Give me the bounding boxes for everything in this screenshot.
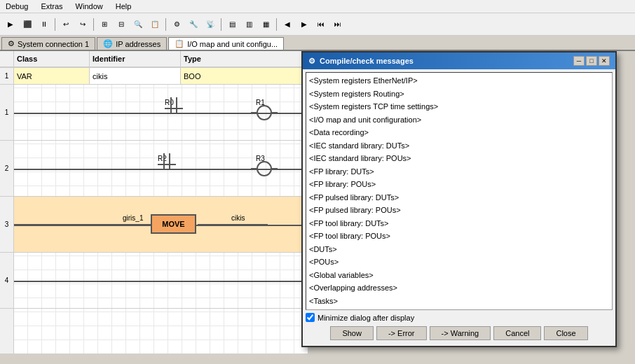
tab-bar: ⚙ System connection 1 🌐 IP addresses 📋 I… (0, 36, 635, 51)
dialog-body: <System registers EtherNet/IP><System re… (303, 69, 615, 346)
message-item[interactable]: <Overlapping addresses> (308, 281, 610, 295)
message-item[interactable]: <Programs> (308, 307, 610, 310)
toolbar-sep-1 (55, 18, 55, 31)
toolbar-btn-12[interactable]: 📡 (203, 17, 218, 32)
message-item[interactable]: <FP library: POUs> (308, 178, 610, 191)
compile-dialog[interactable]: ⚙ Compile/check messages ─ □ ✕ <System r… (301, 51, 617, 347)
tab-system-connection[interactable]: ⚙ System connection 1 (1, 37, 95, 50)
dialog-buttons: Show -> Error -> Warning Cancel Close (306, 323, 613, 343)
contact-R2 (158, 160, 176, 169)
ladder-row-num-2: 2 (0, 141, 13, 197)
message-item[interactable]: <FP tool library: DUTs> (308, 217, 610, 230)
main-area: Class Identifier Type 1 VAR cikis BOO (0, 51, 635, 354)
dialog-icon: ⚙ (308, 57, 315, 66)
contact-R0 (165, 104, 183, 113)
show-button[interactable]: Show (330, 326, 374, 340)
toolbar-btn-14[interactable]: ▥ (241, 17, 257, 32)
toolbar-sep-4 (221, 18, 221, 31)
toolbar-btn-17[interactable]: ▶ (296, 17, 312, 32)
toolbar-btn-8[interactable]: 🔍 (130, 17, 146, 32)
checkbox-label: Minimize dialog after display (318, 314, 414, 322)
message-item[interactable]: <Global variables> (308, 269, 610, 282)
warning-button[interactable]: -> Warning (430, 326, 491, 340)
toolbar-btn-19[interactable]: ⏭ (330, 17, 346, 32)
menu-extras[interactable]: Extras (38, 1, 65, 11)
toolbar-btn-9[interactable]: 📋 (147, 17, 163, 32)
dialog-minimize-btn[interactable]: ─ (573, 56, 585, 66)
message-item[interactable]: <System registers Routing> (308, 88, 610, 101)
close-button[interactable]: Close (544, 326, 587, 340)
coil-R3 (251, 161, 278, 176)
col-header-class: Class (14, 51, 90, 66)
dialog-titlebar: ⚙ Compile/check messages ─ □ ✕ (303, 52, 615, 69)
message-item[interactable]: <FP tool library: POUs> (308, 230, 610, 243)
dialog-controls: ─ □ ✕ (573, 56, 610, 66)
ladder-panel: Class Identifier Type 1 VAR cikis BOO (0, 51, 308, 354)
toolbar-btn-15[interactable]: ▦ (258, 17, 273, 32)
toolbar-btn-16[interactable]: ◀ (280, 17, 295, 32)
ladder-row-num-4: 4 (0, 253, 13, 309)
toolbar-btn-2[interactable]: ⬛ (20, 17, 35, 32)
message-item[interactable]: <FP pulsed library: POUs> (308, 204, 610, 217)
toolbar-sep-3 (165, 18, 166, 31)
tab-icon-3: 📋 (175, 39, 184, 48)
tab-icon-1: ⚙ (8, 39, 15, 48)
col-header-type: Type (181, 51, 308, 66)
label-giris1: giris_1 (123, 214, 143, 222)
message-item[interactable]: <POUs> (308, 255, 610, 269)
tab-icon-2: 🌐 (103, 39, 113, 48)
cancel-button[interactable]: Cancel (493, 326, 541, 340)
tab-io-map[interactable]: 📋 I/O map and unit configu... (168, 37, 284, 50)
toolbar-btn-7[interactable]: ⊟ (114, 17, 129, 32)
toolbar-btn-4[interactable]: ↩ (58, 17, 74, 32)
dialog-close-btn[interactable]: ✕ (599, 56, 610, 66)
dialog-maximize-btn[interactable]: □ (586, 56, 597, 66)
dialog-title: Compile/check messages (320, 57, 414, 65)
menu-debug[interactable]: Debug (3, 1, 31, 11)
toolbar-btn-5[interactable]: ↪ (75, 17, 90, 32)
ladder-row-num-3: 3 (0, 197, 13, 253)
message-item[interactable]: <System registers EtherNet/IP> (308, 74, 610, 88)
toolbar-sep-5 (276, 18, 277, 31)
message-item[interactable]: <IEC standard library: POUs> (308, 152, 610, 165)
message-item[interactable]: <FP pulsed library: DUTs> (308, 191, 610, 204)
minimize-checkbox[interactable] (306, 313, 315, 322)
error-button[interactable]: -> Error (376, 326, 427, 340)
toolbar-btn-6[interactable]: ⊞ (97, 17, 112, 32)
toolbar-sep-2 (93, 18, 94, 31)
coil-R1 (251, 105, 278, 120)
message-item[interactable]: <DUTs> (308, 243, 610, 256)
cell-class-1: VAR (14, 68, 90, 84)
toolbar-btn-13[interactable]: ▤ (224, 17, 240, 32)
col-header-identifier: Identifier (90, 51, 181, 66)
menu-help[interactable]: Help (113, 1, 135, 11)
message-item[interactable]: <IEC standard library: DUTs> (308, 139, 610, 153)
toolbar: ▶ ⬛ ⏸ ↩ ↪ ⊞ ⊟ 🔍 📋 ⚙ 🔧 📡 ▤ ▥ ▦ ◀ ▶ ⏮ ⏭ (0, 13, 635, 36)
cell-type-1: BOO (181, 68, 308, 84)
ladder-row-num-1: 1 (0, 85, 13, 141)
message-item[interactable]: <System registers TCP time settings> (308, 100, 610, 113)
label-cikis: cikis (231, 214, 245, 222)
message-item[interactable]: <Tasks> (308, 295, 610, 308)
toolbar-btn-18[interactable]: ⏮ (313, 17, 329, 32)
move-block: MOVE (151, 214, 196, 234)
message-item[interactable]: <I/O map and unit configuration> (308, 113, 610, 127)
message-list[interactable]: <System registers EtherNet/IP><System re… (306, 72, 613, 310)
checkbox-row: Minimize dialog after display (306, 310, 613, 323)
tab-ip-addresses[interactable]: 🌐 IP addresses (97, 37, 167, 50)
menubar: Debug Extras Window Help (0, 0, 635, 13)
toolbar-btn-3[interactable]: ⏸ (36, 17, 52, 32)
tab-label-1: System connection 1 (18, 40, 89, 48)
toolbar-btn-11[interactable]: 🔧 (186, 17, 201, 32)
row-num-1: 1 (0, 68, 14, 84)
toolbar-btn-10[interactable]: ⚙ (169, 17, 184, 32)
menu-window[interactable]: Window (73, 1, 106, 11)
message-item[interactable]: <Data recording> (308, 126, 610, 139)
message-item[interactable]: <FP library: DUTs> (308, 165, 610, 178)
tab-label-2: IP addresses (116, 40, 161, 48)
toolbar-btn-1[interactable]: ▶ (3, 17, 18, 32)
cell-identifier-1: cikis (90, 68, 181, 84)
tab-label-3: I/O map and unit configu... (187, 40, 278, 48)
